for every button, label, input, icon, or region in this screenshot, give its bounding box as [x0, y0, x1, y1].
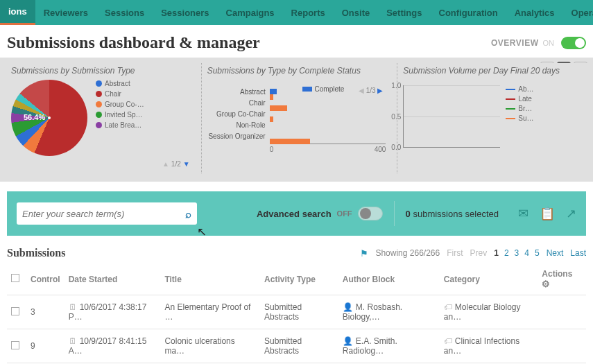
pie-chart[interactable]: 56.4%	[11, 80, 87, 156]
mail-icon[interactable]: ✉	[518, 206, 528, 221]
selection-count: 0 submissions selected	[406, 209, 499, 219]
panel-complete-status: Submissions by Type by Complete Status C…	[201, 63, 392, 173]
nav-tab-onsite[interactable]: Onsite	[334, 0, 378, 25]
advanced-search-toggle[interactable]	[358, 207, 383, 220]
pie-legend: AbstractChairGroup Co-…Invited Sp…Late B…	[96, 80, 144, 156]
hbar-row: Chair	[207, 98, 386, 107]
legend-item[interactable]: Chair	[96, 90, 144, 98]
cell-author[interactable]: 👤M. Rosbash. Biology,…	[338, 295, 440, 329]
tag-icon: 🏷	[444, 302, 452, 312]
pager-prev[interactable]: Prev	[470, 248, 488, 258]
gear-icon[interactable]: ⚙	[542, 279, 550, 289]
cell-author[interactable]: 👤E.A. Smith. Radiolog…	[338, 329, 440, 363]
nav-tab-campaigns[interactable]: Campaigns	[218, 0, 283, 25]
panel-title: Submissions by Type by Complete Status	[207, 66, 386, 76]
clipboard-icon[interactable]: 📋	[540, 206, 555, 221]
pager-last[interactable]: Last	[570, 248, 586, 258]
pager-page[interactable]: 5	[535, 248, 540, 258]
table-row[interactable]: 3🗓10/6/2017 4:38:17 P…An Elementary Proo…	[7, 295, 586, 329]
advanced-search-label[interactable]: Advanced search	[257, 209, 332, 219]
col-activity-type[interactable]: Activity Type	[260, 265, 338, 295]
hbar-row: Abstract	[207, 87, 386, 96]
hbar-row: Non-Role	[207, 120, 386, 130]
nav-tab-settings[interactable]: Settings	[378, 0, 430, 25]
cell-actions[interactable]	[538, 329, 586, 363]
dashboard: ✱ ◔ ≡ Submissions by Submission Type 56.…	[0, 58, 593, 182]
table-row[interactable]: 9🗓10/9/2017 8:41:15 A…Colonic ulceration…	[7, 329, 586, 363]
calendar-icon: 🗓	[69, 336, 77, 346]
search-box[interactable]: ⌕	[17, 202, 197, 225]
cell-date: 🗓10/6/2017 4:38:17 P…	[65, 295, 161, 329]
search-input[interactable]	[22, 209, 185, 219]
top-nav: ionsReviewersSessionsSessionersCampaigns…	[0, 0, 593, 25]
legend-item[interactable]: Late	[506, 95, 533, 103]
overview-state: ON	[543, 39, 555, 47]
legend-item[interactable]: Br…	[506, 105, 533, 112]
pager-page[interactable]: 3	[515, 248, 519, 258]
cell-control: 9	[26, 329, 65, 363]
cell-activity: Submitted Abstracts	[260, 295, 338, 329]
legend-item[interactable]: Invited Sp…	[96, 111, 144, 119]
search-icon[interactable]: ⌕	[185, 208, 191, 220]
pager-page[interactable]: 2	[504, 248, 509, 258]
hbar-row: Group Co-Chair	[207, 109, 386, 119]
legend-item[interactable]: Su…	[506, 114, 533, 122]
title-bar: Submissions dashboard & manager OVERVIEW…	[0, 25, 593, 58]
col-category[interactable]: Category	[440, 265, 538, 295]
panel-title: Submissions by Submission Type	[11, 66, 190, 76]
row-checkbox[interactable]	[11, 307, 19, 315]
table-heading: Submissions	[7, 247, 66, 259]
nav-tab-configuration[interactable]: Configuration	[431, 0, 506, 25]
col-actions[interactable]: Actions ⚙	[538, 265, 586, 295]
search-bar: ⌕ Advanced search OFF 0 submissions sele…	[7, 191, 586, 236]
hbar-row: Session Organizer	[207, 131, 386, 141]
pager-first[interactable]: First	[447, 248, 463, 258]
col-control[interactable]: Control	[26, 265, 65, 295]
col-title[interactable]: Title	[160, 265, 260, 295]
nav-tab-reports[interactable]: Reports	[283, 0, 334, 25]
pager-page[interactable]: 4	[524, 248, 529, 258]
panel-volume: Submission Volume per Day Final 20 days …	[397, 63, 587, 173]
cell-category: 🏷Molecular Biology an…	[440, 295, 538, 329]
open-external-icon[interactable]: ↗	[566, 206, 576, 221]
cell-title[interactable]: An Elementary Proof of …	[160, 295, 260, 329]
pie-slice-label: 56.4%	[24, 113, 45, 121]
select-all-checkbox[interactable]	[11, 274, 19, 282]
legend-item[interactable]: Abstract	[96, 80, 144, 87]
nav-tab-sessions[interactable]: Sessions	[96, 0, 153, 25]
pin-icon[interactable]: ⚑	[360, 248, 368, 259]
pager-next[interactable]: Next	[547, 248, 564, 258]
line-legend: Ab…LateBr…Su…	[506, 85, 533, 148]
overview-label: OVERVIEW	[491, 38, 538, 48]
line-chart[interactable]: 1.0 0.5 0.0	[403, 85, 500, 148]
pager-page[interactable]: 1	[494, 248, 499, 258]
legend-item[interactable]: Group Co-…	[96, 101, 144, 108]
legend-item[interactable]: Late Brea…	[96, 121, 144, 129]
nav-tab-ions[interactable]: ions	[0, 0, 35, 25]
nav-tab-operation[interactable]: Operation	[563, 0, 593, 25]
cell-category: 🏷Clinical Infections an…	[440, 329, 538, 363]
col-date-started[interactable]: Date Started	[65, 265, 161, 295]
cell-title[interactable]: Colonic ulcerations ma…	[160, 329, 260, 363]
nav-tab-sessioners[interactable]: Sessioners	[153, 0, 217, 25]
nav-tab-reviewers[interactable]: Reviewers	[35, 0, 96, 25]
hbar-chart[interactable]: AbstractChairGroup Co-ChairNon-RoleSessi…	[207, 87, 386, 141]
legend-item[interactable]: Ab…	[506, 85, 533, 93]
submissions-table: ControlDate StartedTitleActivity TypeAut…	[7, 265, 586, 364]
overview-toggle[interactable]	[561, 37, 586, 49]
calendar-icon: 🗓	[69, 302, 77, 312]
cell-activity: Submitted Abstracts	[260, 329, 338, 363]
panel-submission-type: Submissions by Submission Type 56.4% Abs…	[6, 63, 196, 173]
cell-date: 🗓10/9/2017 8:41:15 A…	[65, 329, 161, 363]
person-icon: 👤	[343, 302, 353, 312]
table-pager: ⚑ Showing 266/266 First Prev 12345 Next …	[360, 248, 586, 259]
cell-actions[interactable]	[538, 295, 586, 329]
page-title: Submissions dashboard & manager	[7, 33, 260, 52]
nav-tab-analytics[interactable]: Analytics	[506, 0, 563, 25]
pie-pager[interactable]: ▲ 1/2 ▼	[11, 160, 190, 168]
row-checkbox[interactable]	[11, 341, 19, 349]
tag-icon: 🏷	[444, 336, 452, 346]
person-icon: 👤	[343, 336, 353, 346]
col-author-block[interactable]: Author Block	[338, 265, 440, 295]
panel-title: Submission Volume per Day Final 20 days	[403, 66, 582, 76]
